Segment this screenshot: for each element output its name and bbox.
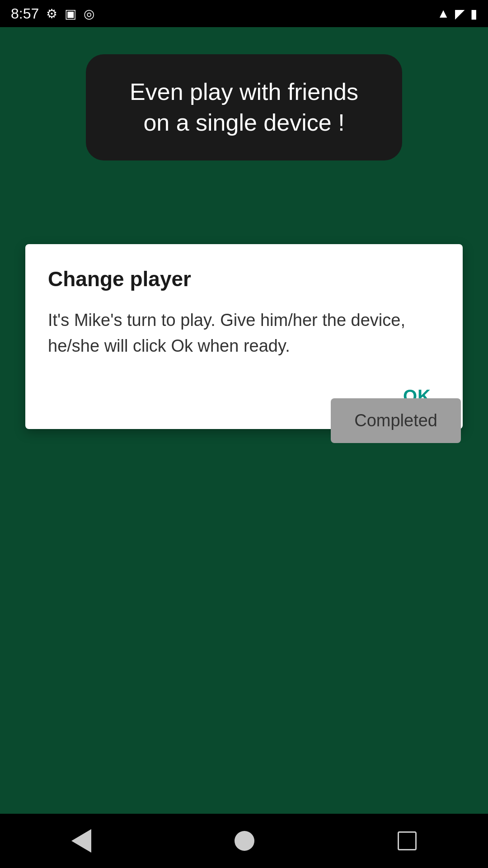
signal-icon: ◤ bbox=[455, 6, 465, 21]
home-button[interactable] bbox=[225, 822, 263, 860]
dialog-message: It's Mike's turn to play. Give him/her t… bbox=[48, 307, 440, 359]
home-icon bbox=[235, 831, 254, 851]
nav-bar bbox=[0, 814, 488, 868]
clipboard-icon: ▣ bbox=[65, 6, 76, 21]
status-bar-left: 8:57 ⚙ ▣ ◎ bbox=[11, 5, 94, 22]
vpn-icon: ◎ bbox=[84, 6, 94, 21]
completed-button[interactable]: Completed bbox=[331, 398, 461, 443]
status-bar-right: ▲ ◤ ▮ bbox=[437, 6, 477, 21]
battery-icon: ▮ bbox=[470, 6, 477, 21]
promo-text: Even play with friends on a single devic… bbox=[117, 77, 371, 138]
promo-bubble: Even play with friends on a single devic… bbox=[86, 54, 402, 160]
main-content: Even play with friends on a single devic… bbox=[0, 27, 488, 814]
wifi-icon: ▲ bbox=[437, 6, 450, 21]
dialog-title: Change player bbox=[48, 267, 440, 291]
settings-icon: ⚙ bbox=[46, 6, 57, 21]
recents-icon bbox=[398, 831, 417, 850]
back-icon bbox=[71, 829, 91, 853]
back-button[interactable] bbox=[62, 820, 100, 862]
recents-button[interactable] bbox=[389, 822, 426, 859]
status-bar: 8:57 ⚙ ▣ ◎ ▲ ◤ ▮ bbox=[0, 0, 488, 27]
status-time: 8:57 bbox=[11, 5, 39, 22]
